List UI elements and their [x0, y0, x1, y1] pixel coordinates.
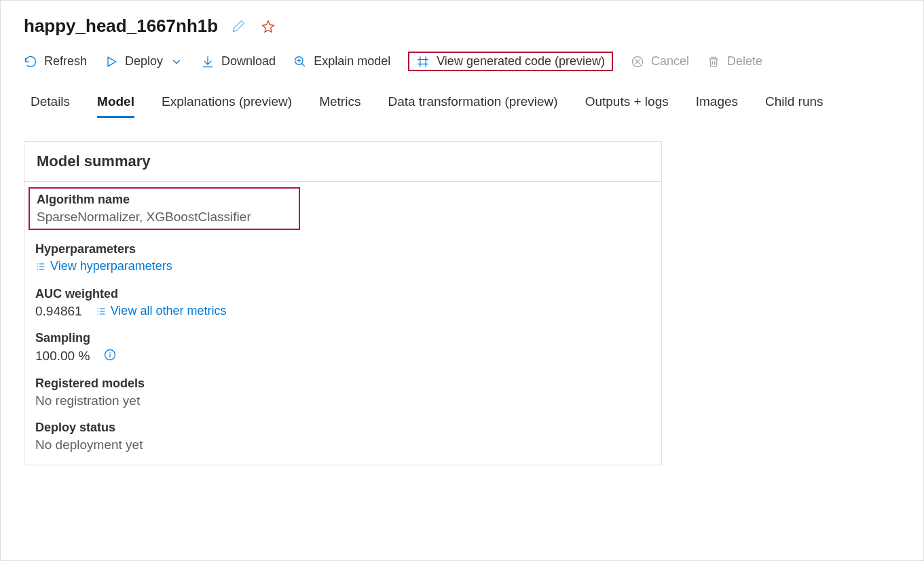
registered-models-label: Registered models: [35, 376, 650, 391]
hyperparameters-label: Hyperparameters: [35, 242, 650, 256]
favorite-star-icon[interactable]: [259, 17, 278, 36]
page-title: happy_head_1667nh1b: [24, 16, 218, 37]
deploy-label: Deploy: [125, 54, 163, 69]
explain-model-button[interactable]: Explain model: [293, 52, 390, 71]
algorithm-name-field: Algorithm name SparseNormalizer, XGBoost…: [29, 187, 300, 230]
deploy-status-value: No deployment yet: [35, 438, 650, 452]
download-button[interactable]: Download: [201, 52, 276, 71]
registered-models-field: Registered models No registration yet: [35, 376, 650, 408]
auc-weighted-label: AUC weighted: [35, 287, 650, 301]
model-summary-title: Model summary: [24, 142, 661, 182]
list-icon: [35, 261, 46, 272]
sampling-field: Sampling 100.00 %: [35, 331, 650, 364]
cancel-button: Cancel: [631, 52, 689, 71]
registered-models-value: No registration yet: [35, 393, 650, 408]
deploy-button[interactable]: Deploy: [105, 52, 183, 71]
title-row: happy_head_1667nh1b: [24, 16, 900, 37]
algorithm-name-value: SparseNormalizer, XGBoostClassifier: [37, 210, 292, 225]
model-summary-card: Model summary Algorithm name SparseNorma…: [24, 141, 662, 465]
view-generated-code-button[interactable]: View generated code (preview): [408, 52, 613, 71]
info-icon[interactable]: [103, 348, 117, 364]
view-hyperparameters-link[interactable]: View hyperparameters: [35, 259, 172, 273]
explain-label: Explain model: [314, 54, 390, 69]
tab-images[interactable]: Images: [696, 94, 738, 118]
chevron-down-icon: [170, 55, 183, 69]
view-hyperparameters-text: View hyperparameters: [50, 259, 172, 273]
sampling-label: Sampling: [35, 331, 650, 345]
algorithm-name-label: Algorithm name: [37, 193, 292, 207]
tab-outputs-logs[interactable]: Outputs + logs: [585, 94, 669, 118]
auc-weighted-value: 0.94861: [35, 304, 82, 319]
deploy-status-label: Deploy status: [35, 421, 650, 435]
tab-child-runs[interactable]: Child runs: [765, 94, 824, 118]
list-icon: [96, 306, 107, 317]
tab-bar: Details Model Explanations (preview) Met…: [24, 94, 900, 118]
refresh-button[interactable]: Refresh: [24, 52, 87, 71]
refresh-label: Refresh: [44, 54, 87, 69]
hyperparameters-field: Hyperparameters View hyperparameters: [35, 242, 650, 275]
edit-icon[interactable]: [229, 17, 248, 36]
sampling-value: 100.00 %: [35, 349, 90, 364]
tab-details[interactable]: Details: [31, 94, 70, 118]
command-toolbar: Refresh Deploy Download Explain model Vi…: [24, 52, 900, 71]
cancel-label: Cancel: [651, 54, 689, 69]
download-label: Download: [221, 54, 276, 69]
deploy-status-field: Deploy status No deployment yet: [35, 421, 650, 452]
tab-model[interactable]: Model: [97, 94, 134, 118]
auc-weighted-field: AUC weighted 0.94861 View all other metr…: [35, 287, 650, 319]
tab-data-transformation[interactable]: Data transformation (preview): [388, 94, 557, 118]
view-all-metrics-text: View all other metrics: [111, 304, 227, 318]
delete-label: Delete: [727, 54, 762, 69]
tab-metrics[interactable]: Metrics: [319, 94, 361, 118]
viewcode-label: View generated code (preview): [437, 54, 605, 69]
view-all-metrics-link[interactable]: View all other metrics: [96, 304, 227, 318]
delete-button: Delete: [707, 52, 762, 71]
tab-explanations[interactable]: Explanations (preview): [162, 94, 292, 118]
